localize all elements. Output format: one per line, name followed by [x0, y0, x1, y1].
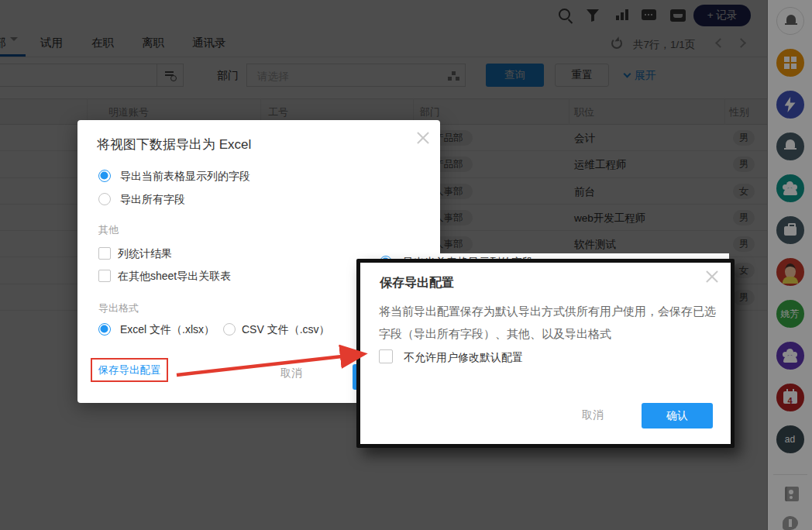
save-cancel-button[interactable]: 取消 [582, 408, 604, 422]
annotation-red-box: 保存导出配置 [91, 358, 168, 382]
radio-export-all-fields[interactable] [98, 193, 111, 205]
checkbox-related-sheet-label: 在其他sheet导出关联表 [118, 270, 231, 284]
close-icon[interactable] [704, 269, 720, 284]
radio-export-current-columns-label: 导出当前表格显示列的字段 [120, 170, 250, 184]
radio-format-xlsx[interactable] [98, 323, 111, 336]
format-section-label: 导出格式 [98, 301, 139, 315]
radio-format-csv-label: CSV 文件（.csv） [242, 323, 330, 337]
save-dialog-frame: 保存导出配置 将当前导出配置保存为默认导出方式供所有用户使用，会保存已选字段（导… [356, 259, 735, 448]
checkbox-related-sheet[interactable] [98, 270, 111, 282]
save-confirm-button[interactable]: 确认 [642, 403, 713, 428]
radio-export-all-fields-label: 导出所有字段 [120, 193, 185, 207]
radio-format-xlsx-label: Excel 文件（.xlsx） [120, 323, 215, 337]
export-cancel-button[interactable]: 取消 [280, 367, 302, 380]
radio-format-csv[interactable] [223, 323, 236, 336]
other-section-label: 其他 [98, 223, 119, 237]
checkbox-disallow-modify-label: 不允许用户修改默认配置 [404, 351, 523, 365]
export-dialog-title: 将视图下数据导出为 Excel [97, 136, 251, 153]
checkbox-column-stats[interactable] [98, 247, 111, 260]
save-dialog-body: 将当前导出配置保存为默认导出方式供所有用户使用，会保存已选字段（导出所有字段）、… [379, 300, 721, 345]
save-dialog-title: 保存导出配置 [380, 275, 454, 291]
app-window: + 记录 部 试用 在职 离职 通讯录 共7行，1/1页 部门 请选择 查询 重… [0, 0, 812, 530]
save-export-config-dialog: 保存导出配置 将当前导出配置保存为默认导出方式供所有用户使用，会保存已选字段（导… [360, 263, 731, 444]
radio-export-current-columns[interactable] [98, 170, 111, 182]
checkbox-column-stats-label: 列统计结果 [118, 247, 172, 261]
close-icon[interactable] [415, 130, 431, 146]
save-export-config-link[interactable]: 保存导出配置 [92, 360, 167, 380]
checkbox-disallow-modify[interactable] [379, 349, 393, 363]
